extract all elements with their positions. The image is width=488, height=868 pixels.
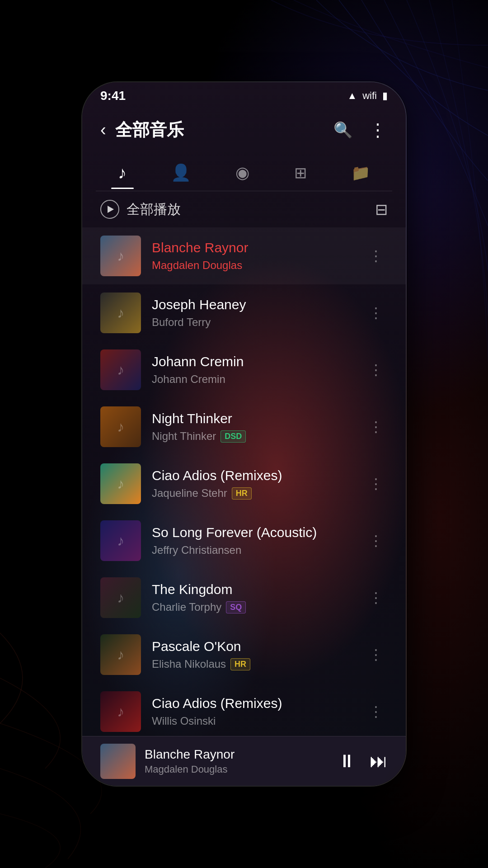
song-more-8[interactable]: ⋮ [364, 642, 388, 668]
song-info-3: Johann Cremin Johann Cremin [152, 354, 353, 386]
song-more-9[interactable]: ⋮ [364, 698, 388, 725]
song-item-4[interactable]: Night Thinker Night Thinker DSD ⋮ [82, 398, 406, 455]
song-title-4: Night Thinker [152, 411, 353, 426]
phone-wrapper: 9:41 ▲ wifi ▮ ‹ 全部音乐 🔍 ⋮ [81, 81, 407, 787]
tab-grid[interactable]: ⊞ [285, 159, 316, 186]
album-icon: ◉ [235, 163, 249, 182]
song-artist-row-9: Willis Osinski [152, 715, 353, 727]
signal-icon: ▲ [347, 90, 357, 102]
song-artwork-9 [100, 691, 141, 732]
song-title-5: Ciao Adios (Remixes) [152, 468, 353, 483]
song-item-3[interactable]: Johann Cremin Johann Cremin ⋮ [82, 341, 406, 398]
song-artist-row-1: Magdalen Douglas [152, 259, 353, 272]
header: ‹ 全部音乐 🔍 ⋮ [82, 109, 406, 150]
song-info-2: Joseph Heaney Buford Terry [152, 297, 353, 329]
song-info-4: Night Thinker Night Thinker DSD [152, 411, 353, 443]
song-artist-8: Elisha Nikolaus [152, 658, 226, 670]
song-artist-5: Jaqueline Stehr [152, 487, 227, 500]
song-item-8[interactable]: Pascale O'Kon Elisha Nikolaus HR ⋮ [82, 626, 406, 683]
song-artist-row-2: Buford Terry [152, 316, 353, 329]
play-all-left: 全部播放 [100, 200, 181, 219]
quality-badge-hr-5: HR [232, 487, 252, 500]
song-more-4[interactable]: ⋮ [364, 414, 388, 440]
now-playing-title: Blanche Raynor [145, 747, 329, 762]
song-info-9: Ciao Adios (Remixes) Willis Osinski [152, 696, 353, 727]
song-title-2: Joseph Heaney [152, 297, 353, 312]
song-title-3: Johann Cremin [152, 354, 353, 369]
now-playing-bar[interactable]: Blanche Raynor Magdalen Douglas ⏸ ⏭ [82, 736, 406, 786]
music-note-icon: ♪ [118, 163, 127, 183]
artist-icon: 👤 [171, 163, 191, 182]
song-more-1[interactable]: ⋮ [364, 243, 388, 269]
play-all-label: 全部播放 [127, 200, 181, 219]
status-time: 9:41 [100, 89, 126, 103]
tab-albums[interactable]: ◉ [226, 159, 258, 187]
playback-controls: ⏸ ⏭ [338, 751, 388, 771]
song-artwork-4 [100, 406, 141, 447]
song-artist-2: Buford Terry [152, 316, 211, 329]
folder-icon: 📁 [351, 164, 370, 182]
search-button[interactable]: 🔍 [333, 121, 352, 139]
song-title-1: Blanche Raynor [152, 240, 353, 255]
song-artwork-8 [100, 634, 141, 675]
skip-next-button[interactable]: ⏭ [370, 751, 388, 771]
song-artwork-6 [100, 520, 141, 561]
song-info-7: The Kingdom Charlie Torphy SQ [152, 582, 353, 613]
song-more-7[interactable]: ⋮ [364, 585, 388, 611]
song-list: Blanche Raynor Magdalen Douglas ⋮ Joseph… [82, 227, 406, 736]
song-artist-9: Willis Osinski [152, 715, 216, 727]
sort-button[interactable]: ⊟ [375, 200, 388, 218]
song-artist-1: Magdalen Douglas [152, 259, 242, 272]
song-artwork-5 [100, 463, 141, 504]
play-all-bar: 全部播放 ⊟ [82, 191, 406, 227]
tab-folder[interactable]: 📁 [342, 159, 379, 186]
song-item-5[interactable]: Ciao Adios (Remixes) Jaqueline Stehr HR … [82, 455, 406, 512]
song-artist-4: Night Thinker [152, 430, 216, 443]
status-bar: 9:41 ▲ wifi ▮ [82, 82, 406, 109]
header-right: 🔍 ⋮ [333, 119, 388, 140]
song-artist-row-3: Johann Cremin [152, 373, 353, 386]
grid-icon: ⊞ [294, 164, 307, 182]
quality-badge-sq-7: SQ [226, 601, 246, 613]
song-title-8: Pascale O'Kon [152, 639, 353, 654]
header-left: ‹ 全部音乐 [100, 118, 184, 142]
song-artist-row-8: Elisha Nikolaus HR [152, 658, 353, 670]
play-all-button[interactable] [100, 200, 119, 219]
pause-button[interactable]: ⏸ [338, 751, 356, 771]
song-artist-6: Jeffry Christiansen [152, 544, 241, 557]
song-artist-7: Charlie Torphy [152, 601, 221, 613]
song-item-9[interactable]: Ciao Adios (Remixes) Willis Osinski ⋮ [82, 683, 406, 736]
tab-bar: ♪ 👤 ◉ ⊞ 📁 [82, 150, 406, 191]
song-more-2[interactable]: ⋮ [364, 300, 388, 326]
more-menu-button[interactable]: ⋮ [369, 119, 388, 140]
song-artwork-2 [100, 292, 141, 333]
song-info-6: So Long Forever (Acoustic) Jeffry Christ… [152, 525, 353, 557]
song-title-9: Ciao Adios (Remixes) [152, 696, 353, 711]
song-item-1[interactable]: Blanche Raynor Magdalen Douglas ⋮ [82, 227, 406, 284]
song-info-1: Blanche Raynor Magdalen Douglas [152, 240, 353, 272]
tab-songs[interactable]: ♪ [109, 159, 136, 187]
song-artwork-3 [100, 349, 141, 390]
tab-artists[interactable]: 👤 [162, 159, 200, 187]
now-playing-artist: Magdalen Douglas [145, 764, 329, 775]
song-title-7: The Kingdom [152, 582, 353, 597]
song-artist-row-7: Charlie Torphy SQ [152, 601, 353, 613]
song-title-6: So Long Forever (Acoustic) [152, 525, 353, 540]
quality-badge-hr-8: HR [230, 658, 250, 670]
page-title: 全部音乐 [115, 118, 184, 142]
song-artwork-1 [100, 236, 141, 276]
battery-icon: ▮ [382, 90, 388, 102]
back-button[interactable]: ‹ [100, 120, 106, 140]
song-item-6[interactable]: So Long Forever (Acoustic) Jeffry Christ… [82, 512, 406, 569]
now-playing-artwork [100, 744, 136, 779]
wifi-icon: wifi [362, 90, 377, 102]
song-info-5: Ciao Adios (Remixes) Jaqueline Stehr HR [152, 468, 353, 500]
song-more-3[interactable]: ⋮ [364, 357, 388, 383]
song-item-7[interactable]: The Kingdom Charlie Torphy SQ ⋮ [82, 569, 406, 626]
song-item-2[interactable]: Joseph Heaney Buford Terry ⋮ [82, 284, 406, 341]
song-artist-row-5: Jaqueline Stehr HR [152, 487, 353, 500]
song-more-5[interactable]: ⋮ [364, 471, 388, 497]
now-playing-info: Blanche Raynor Magdalen Douglas [145, 747, 329, 775]
song-more-6[interactable]: ⋮ [364, 528, 388, 554]
phone-content: 9:41 ▲ wifi ▮ ‹ 全部音乐 🔍 ⋮ [82, 82, 406, 786]
